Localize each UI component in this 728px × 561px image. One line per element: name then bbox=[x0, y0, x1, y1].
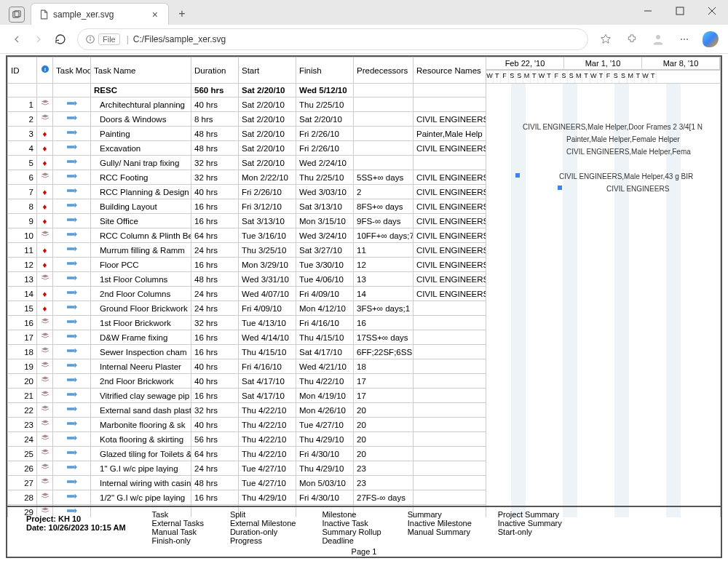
task-predecessors: 14 bbox=[354, 287, 414, 301]
svg-text:i: i bbox=[44, 67, 46, 72]
more-icon[interactable]: ⋯ bbox=[673, 28, 696, 50]
favorite-icon[interactable] bbox=[594, 28, 617, 50]
task-name: Glazed tiling for Toilets & bbox=[91, 447, 191, 461]
task-name: RESC bbox=[91, 84, 191, 98]
legend-item: Task bbox=[152, 510, 204, 519]
task-finish: Wed 3/03/10 bbox=[296, 185, 354, 199]
svg-rect-27 bbox=[67, 320, 75, 323]
task-start: Thu 4/22/10 bbox=[239, 403, 296, 418]
layers-icon bbox=[40, 333, 50, 342]
task-predecessors bbox=[354, 141, 414, 156]
task-resources bbox=[414, 345, 486, 359]
task-predecessors bbox=[354, 84, 414, 98]
task-mode-icon bbox=[53, 112, 91, 127]
header-indicator[interactable]: i bbox=[37, 57, 53, 84]
new-tab-button[interactable]: + bbox=[172, 4, 192, 24]
timeline-day: T bbox=[649, 71, 657, 83]
task-start: Thu 4/15/10 bbox=[239, 345, 296, 359]
svg-rect-32 bbox=[67, 393, 75, 396]
task-predecessors: 16 bbox=[354, 316, 414, 330]
svg-rect-21 bbox=[67, 233, 75, 236]
svg-rect-23 bbox=[67, 262, 75, 265]
task-start: Wed 4/07/10 bbox=[239, 287, 296, 301]
task-name: Excavation bbox=[91, 141, 191, 156]
row-id: 4 bbox=[8, 141, 37, 156]
task-name: 2nd Floor Columns bbox=[91, 287, 191, 301]
task-duration: 32 hrs bbox=[191, 316, 239, 330]
window-close-button[interactable] bbox=[696, 0, 728, 22]
task-name: RCC Planning & Design bbox=[91, 185, 191, 199]
header-mode[interactable]: Task Mode bbox=[53, 57, 91, 84]
task-predecessors: 20 bbox=[354, 432, 414, 447]
table-row[interactable]: RESC560 hrsSat 2/20/10Wed 5/12/10CIVIL E… bbox=[8, 84, 721, 98]
row-id: 21 bbox=[8, 389, 37, 403]
task-finish: Fri 4/30/10 bbox=[296, 447, 354, 461]
header-predecessors[interactable]: Predecessors bbox=[354, 57, 414, 84]
task-start: Sat 3/13/10 bbox=[239, 214, 296, 228]
legend-item: External Milestone bbox=[230, 519, 296, 528]
row-id: 10 bbox=[8, 228, 37, 243]
row-id: 3 bbox=[8, 127, 37, 141]
window-minimize-button[interactable] bbox=[632, 0, 664, 22]
task-name: Gully/ Nani trap fixing bbox=[91, 156, 191, 170]
timeline-day: M bbox=[628, 71, 635, 83]
legend-footer: Project: KH 10 Date: 10/26/2023 10:15 AM… bbox=[7, 506, 721, 557]
task-duration: 16 hrs bbox=[191, 258, 239, 272]
task-predecessors bbox=[354, 112, 414, 127]
tab-close-icon[interactable]: × bbox=[149, 9, 161, 20]
row-id: 19 bbox=[8, 359, 37, 374]
refresh-button[interactable] bbox=[50, 28, 71, 50]
task-finish: Mon 4/26/10 bbox=[296, 403, 354, 418]
browser-tab[interactable]: sample_xer.svg × bbox=[31, 3, 169, 25]
row-id: 14 bbox=[8, 287, 37, 301]
task-duration: 16 hrs bbox=[191, 389, 239, 403]
row-id: 8 bbox=[8, 199, 37, 214]
task-name: Murrum filling & Ramm bbox=[91, 243, 191, 258]
task-name: Sewer Inspection cham bbox=[91, 345, 191, 359]
task-duration: 24 hrs bbox=[191, 301, 239, 316]
window-maximize-button[interactable] bbox=[664, 0, 696, 22]
svg-rect-14 bbox=[67, 131, 75, 134]
svg-rect-18 bbox=[67, 189, 75, 192]
back-button[interactable] bbox=[6, 28, 28, 50]
task-mode-icon bbox=[53, 98, 91, 112]
info-icon bbox=[85, 34, 95, 44]
task-mode-icon bbox=[53, 214, 91, 228]
task-finish: Wed 3/24/10 bbox=[296, 228, 354, 243]
header-name[interactable]: Task Name bbox=[91, 57, 191, 84]
header-start[interactable]: Start bbox=[239, 57, 296, 84]
timeline-month: Mar 8, '10 bbox=[642, 57, 720, 69]
header-id[interactable]: ID bbox=[8, 57, 37, 84]
task-name: Ground Floor Brickwork bbox=[91, 301, 191, 316]
header-duration[interactable]: Duration bbox=[191, 57, 239, 84]
copilot-icon[interactable] bbox=[699, 28, 722, 50]
task-start: Wed 3/31/10 bbox=[239, 272, 296, 287]
header-resources[interactable]: Resource Names bbox=[414, 57, 486, 84]
header-finish[interactable]: Finish bbox=[296, 57, 354, 84]
timeline-day: T bbox=[598, 71, 605, 83]
task-name: Doors & Windows bbox=[91, 112, 191, 127]
task-resources: CIVIL ENGINEERS,M bbox=[414, 141, 486, 156]
task-predecessors: 9FS-∞ days bbox=[354, 214, 414, 228]
task-finish: Sat 3/27/10 bbox=[296, 243, 354, 258]
row-id: 22 bbox=[8, 403, 37, 418]
svg-rect-20 bbox=[67, 218, 75, 221]
task-name: Painting bbox=[91, 127, 191, 141]
task-finish: Sat 3/13/10 bbox=[296, 199, 354, 214]
task-mode-icon bbox=[53, 84, 91, 98]
task-resources: CIVIL ENGINEERS bbox=[414, 185, 486, 199]
person-icon: ♦ bbox=[43, 202, 47, 211]
task-duration: 48 hrs bbox=[191, 141, 239, 156]
timeline-day: S bbox=[568, 71, 575, 83]
print-date: Date: 10/26/2023 10:15 AM bbox=[26, 523, 126, 532]
profile-icon[interactable] bbox=[646, 28, 670, 50]
task-mode-icon bbox=[53, 185, 91, 199]
app-icon bbox=[9, 7, 25, 23]
task-duration: 64 hrs bbox=[191, 228, 239, 243]
legend-item: Inactive Summary bbox=[498, 519, 562, 528]
svg-rect-33 bbox=[67, 407, 75, 410]
timeline-day: S bbox=[516, 71, 523, 83]
task-mode-icon bbox=[53, 359, 91, 374]
extensions-icon[interactable] bbox=[620, 28, 644, 50]
address-bar[interactable]: File | C:/Files/sample_xer.svg bbox=[77, 28, 588, 50]
